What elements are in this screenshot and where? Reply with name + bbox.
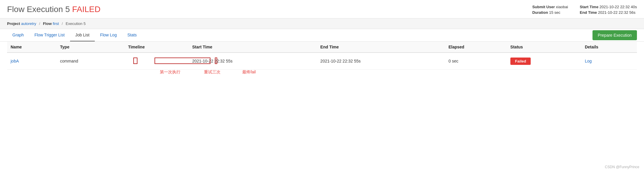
page-title: Flow Execution 5 FAILED <box>7 5 101 14</box>
annotation-retry: 重试三次 <box>204 70 220 75</box>
end-time-row: End Time 2021-10-22 22:32 56s <box>580 10 637 15</box>
table-header-row: Name Type Timeline Start Time End Time E… <box>7 42 637 53</box>
job-table: Name Type Timeline Start Time End Time E… <box>7 42 637 70</box>
col-elapsed: Elapsed <box>445 42 507 53</box>
annotation-first: 第一次执行 <box>160 70 180 75</box>
tab-graph[interactable]: Graph <box>7 29 29 41</box>
col-timeline: Timeline <box>125 42 189 53</box>
execution-label: Execution 5 <box>66 21 86 26</box>
end-time-cell: 2021-10-22 22:32 55s <box>317 53 445 70</box>
start-time-value: 2021-10-22 22:32 40s <box>600 5 637 9</box>
tabs-row: Graph Flow Trigger List Job List Flow Lo… <box>0 29 644 42</box>
tab-flow-trigger-list[interactable]: Flow Trigger List <box>29 29 70 41</box>
header: Flow Execution 5 FAILED Submit User xiao… <box>0 0 644 18</box>
submit-label: Submit User <box>532 5 555 9</box>
start-time-row: Start Time 2021-10-22 22:32 40s <box>580 5 637 9</box>
col-start-time: Start Time <box>189 42 317 53</box>
submit-user-row: Submit User xiaobai <box>532 5 568 9</box>
timeline-bar-first <box>133 58 137 64</box>
project-label: Project <box>7 21 20 26</box>
breadcrumb: Project autoretry / Flow first / Executi… <box>0 18 644 29</box>
col-status: Status <box>507 42 581 53</box>
tab-flow-log[interactable]: Flow Log <box>95 29 122 41</box>
timeline-bar-final <box>215 58 217 64</box>
flow-title-area: Flow Execution 5 FAILED <box>7 5 101 14</box>
job-name-link[interactable]: jobA <box>11 59 19 63</box>
project-link[interactable]: autoretry <box>21 21 36 26</box>
end-time-value: 2021-10-22 22:32 56s <box>598 10 635 15</box>
table-container: Name Type Timeline Start Time End Time E… <box>0 42 644 90</box>
tabs-left: Graph Flow Trigger List Job List Flow Lo… <box>7 29 142 41</box>
breadcrumb-sep-1: / <box>39 21 40 26</box>
timeline-bar-retry <box>155 58 210 64</box>
col-name: Name <box>7 42 57 53</box>
elapsed-cell: 0 sec <box>445 53 507 70</box>
status-cell: Failed <box>507 53 581 70</box>
job-name-cell: jobA <box>7 53 57 70</box>
annotation-final: 最终fail <box>242 70 256 75</box>
col-end-time: End Time <box>317 42 445 53</box>
end-time-label: End Time <box>580 10 597 15</box>
flow-label: Flow <box>43 21 52 26</box>
flow-link[interactable]: first <box>53 21 59 26</box>
col-type: Type <box>57 42 125 53</box>
tab-stats[interactable]: Stats <box>122 29 142 41</box>
table-row: jobA command 2021-10-22 22:32 55s 2021-1… <box>7 53 637 70</box>
breadcrumb-sep-2: / <box>62 21 63 26</box>
duration-label: Duration <box>532 10 548 15</box>
status-failed-badge: Failed <box>510 58 531 65</box>
status-badge: FAILED <box>72 5 100 14</box>
submit-user-value: xiaobai <box>556 5 568 9</box>
meta-info: Submit User xiaobai Duration 15 sec Star… <box>532 5 637 15</box>
timeline-wrapper <box>128 56 185 66</box>
col-details: Details <box>581 42 637 53</box>
duration-row: Duration 15 sec <box>532 10 568 15</box>
details-cell: Log <box>581 53 637 70</box>
annotation-row: 第一次执行 重试三次 最终fail <box>7 70 637 84</box>
tab-job-list[interactable]: Job List <box>70 29 95 41</box>
timeline-cell <box>125 53 189 70</box>
log-link[interactable]: Log <box>585 59 592 63</box>
duration-value: 15 sec <box>549 10 560 15</box>
meta-right: Start Time 2021-10-22 22:32 40s End Time… <box>580 5 637 15</box>
title-prefix: Flow Execution <box>7 5 63 14</box>
job-type-cell: command <box>57 53 125 70</box>
meta-left: Submit User xiaobai Duration 15 sec <box>532 5 568 15</box>
annotation-wrapper: 第一次执行 重试三次 最终fail <box>158 70 630 84</box>
prepare-execution-button[interactable]: Prepare Execution <box>592 30 637 40</box>
execution-number: 5 <box>65 5 70 14</box>
start-time-label: Start Time <box>580 5 598 9</box>
